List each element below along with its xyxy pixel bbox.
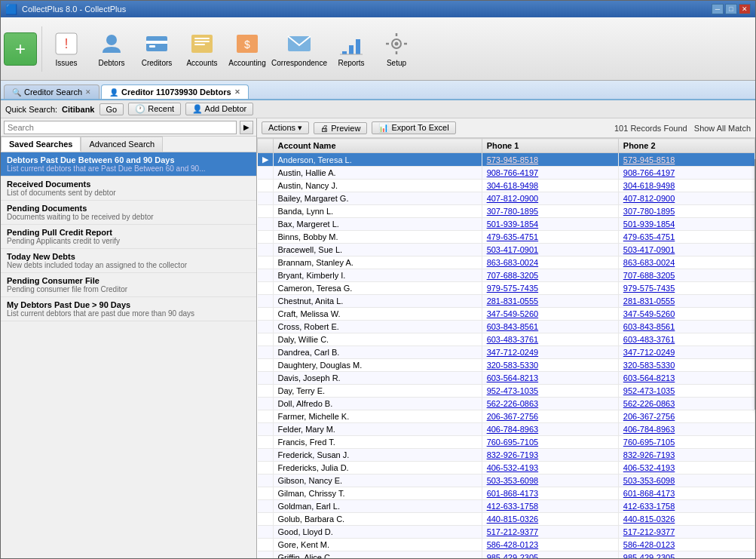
phone2-cell[interactable]: 952-473-1035 [618, 385, 754, 398]
phone2-cell[interactable]: 503-417-0901 [618, 244, 754, 256]
phone2-cell[interactable]: 601-868-4173 [618, 487, 754, 500]
table-row[interactable]: Frederick, Susan J. 832-926-7193 832-926… [258, 449, 755, 462]
phone1-cell[interactable]: 406-784-8963 [482, 423, 618, 436]
table-row[interactable]: Daly, Willie C. 603-483-3761 603-483-376… [258, 333, 755, 346]
saved-searches-tab[interactable]: Saved Searches [1, 137, 81, 152]
phone2-cell[interactable]: 863-683-0024 [618, 256, 754, 269]
account-name-cell[interactable]: Griffin, Alice C. [273, 551, 482, 559]
table-row[interactable]: ▶ Anderson, Teresa L. 573-945-8518 573-9… [258, 153, 755, 167]
account-name-cell[interactable]: Dandrea, Carl B. [273, 346, 482, 359]
tab-creditor-search[interactable]: 🔍 Creditor Search ✕ [4, 84, 99, 99]
recent-button[interactable]: 🕐 Recent [128, 103, 181, 115]
account-name-cell[interactable]: Daly, Willie C. [273, 333, 482, 346]
phone1-cell[interactable]: 412-633-1758 [482, 500, 618, 513]
preview-button[interactable]: 🖨 Preview [314, 122, 367, 134]
account-name-cell[interactable]: Chestnut, Anita L. [273, 295, 482, 308]
phone1-cell[interactable]: 440-815-0326 [482, 513, 618, 526]
maximize-button[interactable]: □ [725, 4, 737, 14]
table-row[interactable]: Bax, Margeret L. 501-939-1854 501-939-18… [258, 218, 755, 231]
account-name-cell[interactable]: Anderson, Teresa L. [273, 153, 482, 167]
table-row[interactable]: Binns, Bobby M. 479-635-4751 479-635-475… [258, 231, 755, 244]
phone1-cell[interactable]: 281-831-0555 [482, 295, 618, 308]
phone2-cell[interactable]: 603-483-3761 [618, 333, 754, 346]
phone2-cell[interactable]: 760-695-7105 [618, 436, 754, 449]
phone1-cell[interactable]: 517-212-9377 [482, 526, 618, 539]
table-row[interactable]: Bracewell, Sue L. 503-417-0901 503-417-0… [258, 244, 755, 256]
phone2-cell[interactable]: 307-780-1895 [618, 205, 754, 218]
account-name-cell[interactable]: Brannam, Stanley A. [273, 256, 482, 269]
phone2-cell[interactable]: 501-939-1854 [618, 218, 754, 231]
account-name-cell[interactable]: Davis, Joseph R. [273, 372, 482, 385]
toolbar-creditors[interactable]: Creditors [134, 20, 179, 78]
phone1-cell[interactable]: 406-532-4193 [482, 462, 618, 475]
phone1-cell[interactable]: 603-483-3761 [482, 333, 618, 346]
table-row[interactable]: Craft, Melissa W. 347-549-5260 347-549-5… [258, 308, 755, 321]
phone1-cell[interactable]: 952-473-1035 [482, 385, 618, 398]
phone2-cell[interactable]: 281-831-0555 [618, 295, 754, 308]
toolbar-accounts[interactable]: Accounts [179, 20, 225, 78]
toolbar-setup[interactable]: Setup [374, 20, 419, 78]
phone2-cell[interactable]: 407-812-0900 [618, 192, 754, 205]
phone1-cell[interactable]: 979-575-7435 [482, 282, 618, 295]
phone2-cell[interactable]: 603-564-8213 [618, 372, 754, 385]
account-name-cell[interactable]: Bryant, Kimberly I. [273, 269, 482, 282]
table-row[interactable]: Fredericks, Julia D. 406-532-4193 406-53… [258, 462, 755, 475]
phone1-cell[interactable]: 347-549-5260 [482, 308, 618, 321]
toolbar-correspondence[interactable]: Correspondence [270, 20, 329, 78]
phone1-cell[interactable]: 503-417-0901 [482, 244, 618, 256]
phone2-cell[interactable]: 406-784-8963 [618, 423, 754, 436]
account-name-cell[interactable]: Bracewell, Sue L. [273, 244, 482, 256]
phone1-cell[interactable]: 503-353-6098 [482, 475, 618, 487]
phone2-cell[interactable]: 412-633-1758 [618, 500, 754, 513]
phone1-cell[interactable]: 206-367-2756 [482, 410, 618, 423]
phone2-cell[interactable]: 347-549-5260 [618, 308, 754, 321]
phone1-cell[interactable]: 908-766-4197 [482, 167, 618, 180]
phone2-cell[interactable]: 985-429-2305 [618, 551, 754, 559]
phone1-cell[interactable]: 501-939-1854 [482, 218, 618, 231]
saved-search-item[interactable]: Debtors Past Due Between 60 and 90 Days … [1, 152, 256, 177]
phone1-cell[interactable]: 832-926-7193 [482, 449, 618, 462]
phone1-cell[interactable]: 407-812-0900 [482, 192, 618, 205]
search-go-button[interactable]: ▶ [240, 121, 253, 134]
saved-search-item[interactable]: Pending Pull Credit Report Pending Appli… [1, 225, 256, 249]
saved-search-item[interactable]: My Debtors Past Due > 90 Days List curre… [1, 297, 256, 321]
phone1-cell[interactable]: 562-226-0863 [482, 398, 618, 410]
phone1-cell[interactable]: 603-843-8561 [482, 321, 618, 333]
table-row[interactable]: Doll, Alfredo B. 562-226-0863 562-226-08… [258, 398, 755, 410]
phone2-cell[interactable]: 832-926-7193 [618, 449, 754, 462]
table-row[interactable]: Bailey, Margaret G. 407-812-0900 407-812… [258, 192, 755, 205]
saved-search-item[interactable]: Pending Consumer File Pending consumer f… [1, 273, 256, 297]
table-row[interactable]: Gibson, Nancy E. 503-353-6098 503-353-60… [258, 475, 755, 487]
table-row[interactable]: Austin, Nancy J. 304-618-9498 304-618-94… [258, 180, 755, 192]
table-row[interactable]: Good, Lloyd D. 517-212-9377 517-212-9377 [258, 526, 755, 539]
phone1-cell[interactable]: 586-428-0123 [482, 539, 618, 551]
phone2-cell[interactable]: 707-688-3205 [618, 269, 754, 282]
phone2-cell[interactable]: 603-843-8561 [618, 321, 754, 333]
phone1-cell[interactable]: 320-583-5330 [482, 359, 618, 372]
table-row[interactable]: Gilman, Chrissy T. 601-868-4173 601-868-… [258, 487, 755, 500]
table-row[interactable]: Brannam, Stanley A. 863-683-0024 863-683… [258, 256, 755, 269]
table-row[interactable]: Felder, Mary M. 406-784-8963 406-784-896… [258, 423, 755, 436]
phone2-cell[interactable]: 440-815-0326 [618, 513, 754, 526]
saved-search-item[interactable]: Received Documents List of documents sen… [1, 177, 256, 201]
tab-creditor-debtors[interactable]: 👤 Creditor 110739930 Debtors ✕ [101, 84, 249, 99]
phone1-cell[interactable]: 307-780-1895 [482, 205, 618, 218]
phone2-cell[interactable]: 304-618-9498 [618, 180, 754, 192]
table-row[interactable]: Cross, Robert E. 603-843-8561 603-843-85… [258, 321, 755, 333]
phone1-cell[interactable]: 603-564-8213 [482, 372, 618, 385]
account-name-cell[interactable]: Gore, Kent M. [273, 539, 482, 551]
table-row[interactable]: Golub, Barbara C. 440-815-0326 440-815-0… [258, 513, 755, 526]
table-row[interactable]: Austin, Hallie A. 908-766-4197 908-766-4… [258, 167, 755, 180]
account-name-cell[interactable]: Felder, Mary M. [273, 423, 482, 436]
advanced-search-tab[interactable]: Advanced Search [81, 137, 163, 152]
account-name-cell[interactable]: Gilman, Chrissy T. [273, 487, 482, 500]
toolbar-reports[interactable]: Reports [329, 20, 374, 78]
phone1-cell[interactable]: 985-429-2305 [482, 551, 618, 559]
account-name-cell[interactable]: Fredericks, Julia D. [273, 462, 482, 475]
phone2-cell[interactable]: 406-532-4193 [618, 462, 754, 475]
tab-creditor-search-close[interactable]: ✕ [85, 88, 91, 96]
actions-button[interactable]: Actions ▾ [262, 121, 309, 134]
col-phone1[interactable]: Phone 1 [482, 139, 618, 153]
go-button[interactable]: Go [99, 103, 124, 115]
phone2-cell[interactable]: 586-428-0123 [618, 539, 754, 551]
